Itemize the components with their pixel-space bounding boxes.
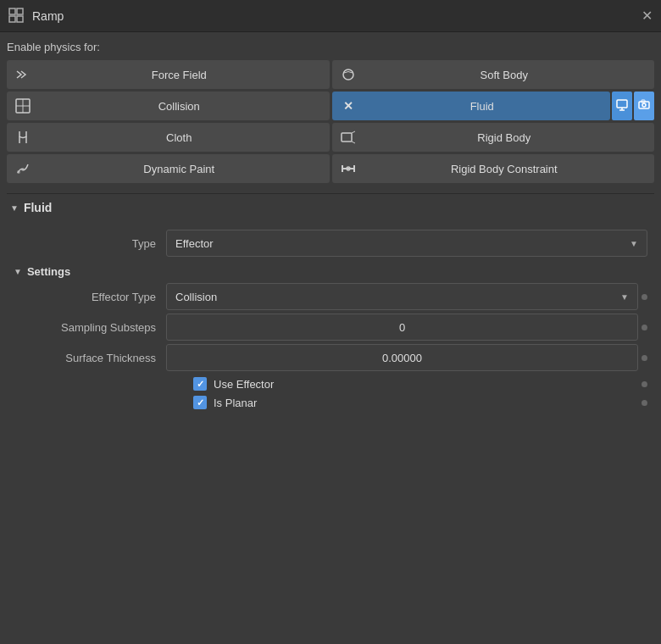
- type-control: Effector ▼: [166, 230, 647, 257]
- settings-section-header[interactable]: ▼ Settings: [7, 260, 654, 283]
- svg-rect-16: [342, 133, 352, 142]
- fluid-label: Fluid: [363, 100, 603, 113]
- fluid-section-header[interactable]: ▼ Fluid: [7, 193, 654, 221]
- sampling-substeps-control: 0: [166, 314, 638, 341]
- svg-rect-3: [17, 16, 23, 22]
- dynamic-paint-label: Dynamic Paint: [37, 163, 321, 175]
- is-planar-check: ✓: [197, 397, 204, 408]
- is-planar-label: Is Planar: [214, 397, 257, 409]
- cloth-label: Cloth: [37, 131, 321, 144]
- surface-thickness-field[interactable]: 0.00000: [166, 344, 638, 371]
- type-dropdown-arrow: ▼: [630, 239, 638, 248]
- rigid-body-constraint-icon: [341, 161, 356, 176]
- effector-type-control: Collision ▼: [166, 283, 638, 310]
- rigid-body-constraint-button[interactable]: Rigid Body Constraint: [332, 154, 655, 183]
- window-title: Ramp: [32, 9, 64, 23]
- soft-body-icon: [341, 67, 356, 82]
- title-icon: [8, 8, 25, 25]
- cloth-button[interactable]: Cloth: [7, 123, 330, 152]
- rigid-body-label: Rigid Body: [363, 131, 647, 144]
- close-button[interactable]: ✕: [642, 8, 653, 24]
- is-planar-checkbox[interactable]: ✓: [193, 396, 207, 409]
- rigid-body-icon: [341, 130, 356, 145]
- surface-thickness-row: Surface Thickness 0.00000: [7, 344, 654, 371]
- monitor-icon: [616, 99, 628, 114]
- rigid-body-constraint-label: Rigid Body Constraint: [363, 163, 647, 175]
- fluid-icon: ✕: [341, 98, 356, 114]
- fluid-section-arrow: ▼: [10, 203, 19, 213]
- effector-type-label: Effector Type: [14, 291, 166, 303]
- use-effector-check: ✓: [197, 379, 204, 390]
- collision-label: Collision: [37, 100, 321, 113]
- fluid-button[interactable]: ✕ Fluid: [332, 92, 611, 120]
- soft-body-label: Soft Body: [363, 69, 647, 81]
- is-planar-dot: [642, 400, 647, 406]
- fluid-section-title: Fluid: [24, 201, 52, 214]
- surface-thickness-label: Surface Thickness: [14, 352, 166, 364]
- settings-title: Settings: [27, 265, 70, 278]
- effector-type-row: Effector Type Collision ▼: [7, 283, 654, 310]
- svg-point-19: [17, 170, 20, 174]
- is-planar-checkbox-wrapper[interactable]: ✓ Is Planar: [193, 396, 257, 409]
- force-field-icon: [15, 67, 31, 82]
- use-effector-label: Use Effector: [214, 378, 274, 391]
- surface-thickness-control: 0.00000: [166, 344, 638, 371]
- type-label: Type: [14, 237, 166, 250]
- sampling-substeps-dot: [642, 325, 647, 330]
- type-value: Effector: [175, 237, 214, 250]
- fluid-camera-button[interactable]: [634, 92, 654, 120]
- dynamic-paint-button[interactable]: Dynamic Paint: [7, 154, 330, 183]
- use-effector-checkbox[interactable]: ✓: [193, 377, 207, 391]
- svg-point-4: [343, 69, 353, 80]
- force-field-button[interactable]: Force Field: [7, 60, 330, 89]
- use-effector-checkbox-wrapper[interactable]: ✓ Use Effector: [193, 377, 274, 391]
- fluid-section-body: Type Effector ▼ ▼ Settings Effector Type…: [7, 221, 654, 420]
- surface-thickness-dot: [642, 355, 647, 361]
- is-planar-row: ✓ Is Planar: [7, 393, 654, 412]
- soft-body-button[interactable]: Soft Body: [332, 60, 655, 89]
- use-effector-dot: [642, 381, 647, 387]
- title-bar: Ramp ✕: [0, 0, 661, 32]
- rigid-body-button[interactable]: Rigid Body: [332, 123, 655, 152]
- cloth-icon: [15, 130, 31, 145]
- collision-icon: [15, 98, 31, 114]
- use-effector-row: ✓ Use Effector: [7, 375, 654, 393]
- effector-type-value: Collision: [175, 291, 217, 303]
- sampling-substeps-field[interactable]: 0: [166, 314, 638, 341]
- svg-point-20: [21, 168, 25, 171]
- effector-dropdown-arrow: ▼: [620, 292, 629, 302]
- svg-rect-0: [9, 8, 15, 14]
- svg-rect-2: [9, 16, 15, 22]
- sampling-substeps-row: Sampling Substeps 0: [7, 314, 654, 341]
- collision-button[interactable]: Collision: [7, 92, 330, 120]
- type-dropdown[interactable]: Effector ▼: [166, 230, 647, 257]
- sampling-substeps-label: Sampling Substeps: [14, 321, 166, 334]
- type-row: Type Effector ▼: [7, 230, 654, 257]
- effector-type-dot: [642, 294, 647, 300]
- surface-thickness-value: 0.00000: [382, 352, 422, 364]
- svg-rect-1: [17, 8, 23, 14]
- svg-line-17: [352, 131, 355, 133]
- fluid-monitor-button[interactable]: [612, 92, 632, 120]
- svg-point-12: [642, 103, 646, 107]
- physics-grid: Force Field Soft Body Collision: [7, 60, 654, 183]
- enable-physics-label: Enable physics for:: [7, 41, 654, 53]
- svg-line-18: [352, 142, 355, 143]
- fluid-button-row: ✕ Fluid: [332, 92, 655, 120]
- settings-arrow: ▼: [14, 267, 22, 276]
- effector-type-dropdown[interactable]: Collision ▼: [166, 283, 638, 310]
- force-field-label: Force Field: [37, 69, 321, 81]
- sampling-substeps-value: 0: [399, 321, 405, 334]
- dynamic-paint-icon: [15, 161, 31, 176]
- camera-icon: [638, 99, 650, 114]
- svg-rect-8: [617, 100, 627, 108]
